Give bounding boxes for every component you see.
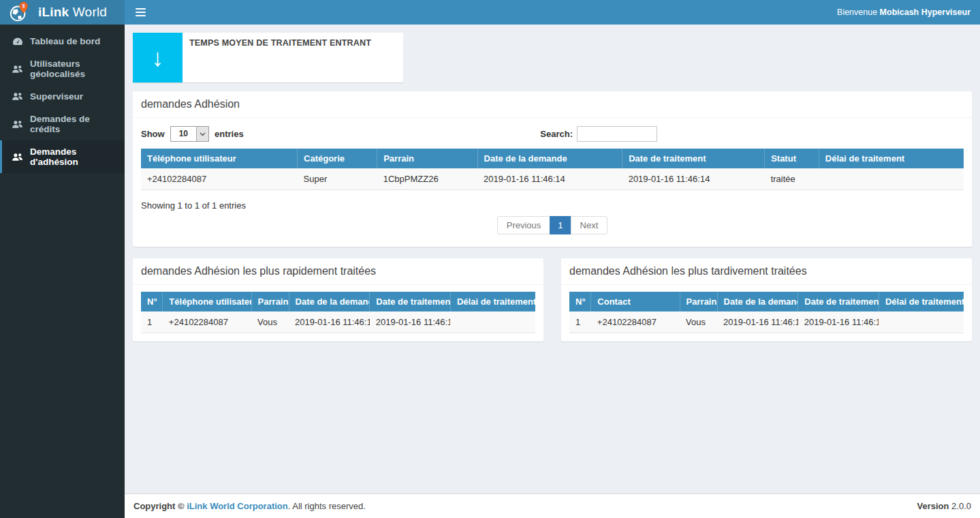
chevron-down-icon [196,127,208,141]
table-cell: Super [298,168,377,190]
column-header[interactable]: Statut [765,149,819,168]
sidebar-item-demandes-de-credits[interactable]: Demandes de crédits [0,108,125,140]
table-cell: 1CbpPMZZ26 [377,168,477,190]
table-header-row: N°Téléphone utilisateurParrainDate de la… [141,292,535,311]
column-header: Date de traitement [370,292,451,311]
column-header[interactable]: Date de traitement [622,149,765,168]
column-header: N° [569,292,591,311]
panel-title: demandes Adhésion [133,91,972,118]
sidebar-item-superviseur[interactable]: Superviseur [0,85,125,108]
welcome-message: Bienvenue Mobicash Hyperviseur [837,7,980,17]
table-cell: 1 [569,311,591,333]
sidebar-toggle-icon[interactable] [125,0,156,25]
table-cell: +24102284087 [163,311,251,333]
next-page-button[interactable]: Next [571,216,608,234]
sidebar-item-label: Tableau de bord [30,36,100,46]
sidebar-item-label: Demandes d'adhésion [30,147,116,167]
sidebar-item-label: Demandes de crédits [30,114,116,134]
column-header: Date de traitement [798,292,879,311]
brand-logo-area[interactable]: $ iLink World [0,0,125,25]
column-header: Parrain [680,292,717,311]
copyright-text: Copyright © iLink World Corporation. All… [133,501,366,511]
app-window: $ iLink World Bienvenue Mobicash Hypervi… [0,0,980,518]
panel-rapidement-traitees: demandes Adhésion les plus rapidement tr… [133,258,543,341]
top-navbar: $ iLink World Bienvenue Mobicash Hypervi… [0,0,980,25]
version-text: Version 2.0.0 [917,501,972,511]
table-cell: 2019-01-16 11:46:14 [717,311,798,333]
table-cell: 2019-01-16 11:46:14 [477,168,622,190]
previous-page-button[interactable]: Previous [497,216,551,234]
table-cell: 2019-01-16 11:46:14 [798,311,879,333]
table-header-row: Téléphone utilisateurCatégorieParrainDat… [141,149,964,168]
entries-label: entries [215,129,244,139]
page-1-button[interactable]: 1 [550,216,571,234]
table-row: 1+24102284087Vous2019-01-16 11:46:142019… [569,311,964,333]
table-cell: 2019-01-16 11:46:14 [622,168,765,190]
users-icon [12,92,23,101]
table-cell: 2019-01-16 11:46:14 [289,311,370,333]
table-cell: +24102284087 [141,168,298,190]
page-length-select[interactable]: 10 [170,126,209,142]
users-icon [12,153,23,162]
arrow-down-icon: ↓ [133,33,183,82]
sidebar-item-label: Superviseur [30,91,83,102]
sidebar-item-label: Utilisateurs géolocalisés [30,59,116,79]
column-header: Contact [591,292,680,311]
rapidement-traitees-table: N°Téléphone utilisateurParrainDate de la… [141,292,535,333]
ilink-corporation-link[interactable]: iLink World Corporation [187,501,288,511]
table-info-text: Showing 1 to 1 of 1 entries [141,200,964,211]
brand-title: iLink World [38,5,107,20]
column-header[interactable]: Catégorie [298,149,377,168]
table-cell: Vous [680,311,717,333]
column-header: Délai de traitement [450,292,535,311]
content-area: ↓ TEMPS MOYEN DE TRAITEMENT ENTRANT dema… [125,25,980,493]
sidebar-item-utilisateurs-geolocalises[interactable]: Utilisateurs géolocalisés [0,52,125,85]
table-header-row: N°ContactParrainDate de la demandeDate d… [569,292,964,311]
table-cell: Vous [251,311,289,333]
panel-title: demandes Adhésion les plus rapidement tr… [133,258,543,285]
users-icon [12,65,23,74]
column-header[interactable]: Téléphone utilisateur [141,149,298,168]
tardivement-traitees-table: N°ContactParrainDate de la demandeDate d… [569,292,964,333]
info-box-temps-moyen: ↓ TEMPS MOYEN DE TRAITEMENT ENTRANT [133,33,403,82]
info-box-label: TEMPS MOYEN DE TRAITEMENT ENTRANT [183,33,378,82]
column-header[interactable]: Date de la demande [477,149,622,168]
table-cell: traitée [765,168,819,190]
footer: Copyright © iLink World Corporation. All… [125,493,980,518]
users-icon [12,120,23,129]
dashboard-icon [12,37,23,46]
column-header: Téléphone utilisateur [163,292,251,311]
column-header: Parrain [251,292,289,311]
sidebar: Tableau de bord Utilisateurs géolocalisé… [0,25,125,518]
column-header: N° [141,292,163,311]
column-header: Délai de traitement [879,292,964,311]
table-cell: 2019-01-16 11:46:14 [370,311,451,333]
table-cell: 1 [141,311,163,333]
panel-demandes-adhesion: demandes Adhésion Show 10 [133,91,972,247]
svg-text:$: $ [22,3,25,9]
column-header[interactable]: Parrain [377,149,477,168]
pagination: Previous 1 Next [141,216,964,234]
table-cell [450,311,535,333]
column-header[interactable]: Délai de traitement [819,149,964,168]
sidebar-item-tableau-de-bord[interactable]: Tableau de bord [0,30,125,52]
table-cell [819,168,964,190]
ilink-globe-logo-icon: $ [8,1,30,23]
search-input[interactable] [577,126,657,142]
sidebar-item-demandes-adhesion[interactable]: Demandes d'adhésion [0,140,125,173]
column-header: Date de la demande [289,292,370,311]
table-row: +24102284087Super1CbpPMZZ262019-01-16 11… [141,168,964,190]
navbar: Bienvenue Mobicash Hyperviseur [125,0,980,25]
table-cell: +24102284087 [591,311,680,333]
table-row: 1+24102284087Vous2019-01-16 11:46:142019… [141,311,535,333]
table-cell [879,311,964,333]
search-label: Search: [540,129,573,139]
panel-tardivement-traitees: demandes Adhésion les plus tardivement t… [561,258,972,341]
panel-title: demandes Adhésion les plus tardivement t… [561,258,972,285]
page-length-control: Show 10 entries [141,126,244,142]
column-header: Date de la demande [717,292,798,311]
show-label: Show [141,129,165,139]
demandes-adhesion-table: Téléphone utilisateurCatégorieParrainDat… [141,149,964,190]
